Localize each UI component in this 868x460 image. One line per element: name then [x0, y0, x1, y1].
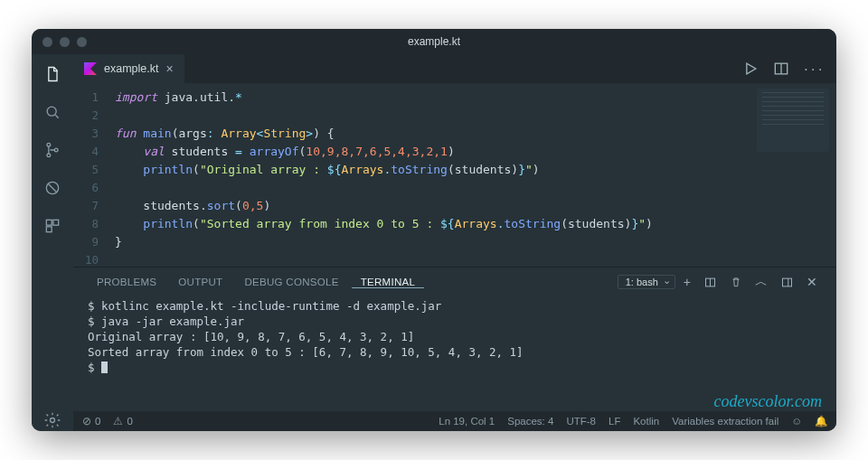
svg-rect-11 [783, 278, 792, 286]
svg-rect-5 [46, 220, 52, 225]
tab-example-kt[interactable]: example.kt × [73, 54, 184, 83]
editor-window: example.kt [32, 29, 836, 431]
tab-filename: example.kt [104, 62, 158, 75]
svg-point-0 [47, 107, 56, 116]
terminal-line: $ java -jar example.jar [88, 314, 822, 329]
svg-rect-6 [53, 220, 59, 225]
terminal-line: Original array : [10, 9, 8, 7, 6, 5, 4, … [88, 329, 822, 344]
more-actions-icon[interactable]: ··· [803, 62, 824, 76]
panel-tab-debug[interactable]: DEBUG CONSOLE [235, 277, 347, 287]
window-title: example.kt [32, 35, 836, 48]
status-encoding[interactable]: UTF-8 [566, 416, 596, 427]
svg-point-8 [51, 418, 55, 423]
split-terminal-icon[interactable] [699, 276, 722, 289]
watermark: codevscolor.com [714, 394, 822, 409]
status-bell-icon[interactable]: 🔔 [815, 415, 827, 427]
main-area: example.kt × ··· 1import java.util.* 2 3… [73, 54, 836, 431]
panel-close-icon[interactable]: ✕ [802, 275, 822, 289]
status-extra[interactable]: Variables extraction fail [672, 416, 778, 427]
bottom-panel: PROBLEMS OUTPUT DEBUG CONSOLE TERMINAL 1… [73, 267, 836, 411]
svg-point-2 [47, 154, 51, 157]
minimap[interactable] [757, 89, 829, 152]
svg-rect-7 [46, 227, 52, 232]
settings-gear-icon[interactable] [42, 409, 63, 431]
panel-tab-problems[interactable]: PROBLEMS [88, 277, 165, 287]
terminal-line: Sorted array from index 0 to 5 : [6, 7, … [88, 344, 822, 360]
tab-bar: example.kt × ··· [73, 54, 836, 83]
status-warnings[interactable]: ⚠ 0 [113, 415, 132, 427]
terminal-line: $ kotlinc example.kt -include-runtime -d… [88, 298, 822, 314]
status-feedback-icon[interactable]: ☺ [791, 416, 802, 427]
panel-layout-icon[interactable] [776, 276, 798, 289]
terminal-line: $ [88, 360, 822, 375]
editor-body: example.kt × ··· 1import java.util.* 2 3… [32, 54, 836, 431]
kill-terminal-icon[interactable] [725, 276, 747, 288]
panel-tabs: PROBLEMS OUTPUT DEBUG CONSOLE TERMINAL 1… [73, 268, 836, 296]
status-eol[interactable]: LF [609, 416, 620, 427]
terminal[interactable]: $ kotlinc example.kt -include-runtime -d… [73, 296, 836, 411]
terminal-select[interactable]: 1: bash [618, 275, 675, 289]
svg-point-1 [47, 143, 51, 146]
status-language[interactable]: Kotlin [633, 416, 659, 427]
terminal-cursor [101, 361, 108, 373]
status-errors[interactable]: ⊘ 0 [82, 415, 100, 427]
status-cursor[interactable]: Ln 19, Col 1 [439, 416, 495, 427]
source-control-icon[interactable] [42, 139, 63, 161]
panel-up-icon[interactable]: ︿ [750, 274, 772, 290]
svg-point-3 [54, 148, 58, 152]
new-terminal-icon[interactable]: + [679, 275, 695, 289]
status-bar: ⊘ 0 ⚠ 0 Ln 19, Col 1 Spaces: 4 UTF-8 LF … [73, 411, 836, 431]
editor-actions: ··· [741, 54, 836, 83]
tab-close-icon[interactable]: × [165, 61, 173, 76]
panel-tab-output[interactable]: OUTPUT [169, 277, 231, 287]
kotlin-file-icon [84, 62, 97, 75]
code-editor[interactable]: 1import java.util.* 2 3fun main(args: Ar… [73, 83, 836, 267]
status-indent[interactable]: Spaces: 4 [507, 416, 553, 427]
debug-icon[interactable] [42, 177, 63, 199]
split-editor-icon[interactable] [772, 60, 790, 78]
extensions-icon[interactable] [42, 215, 63, 237]
activity-bar [32, 54, 73, 431]
search-icon[interactable] [42, 101, 63, 123]
panel-tab-terminal[interactable]: TERMINAL [352, 277, 425, 288]
titlebar: example.kt [32, 29, 836, 54]
explorer-icon[interactable] [42, 63, 63, 85]
run-icon[interactable] [741, 60, 760, 78]
